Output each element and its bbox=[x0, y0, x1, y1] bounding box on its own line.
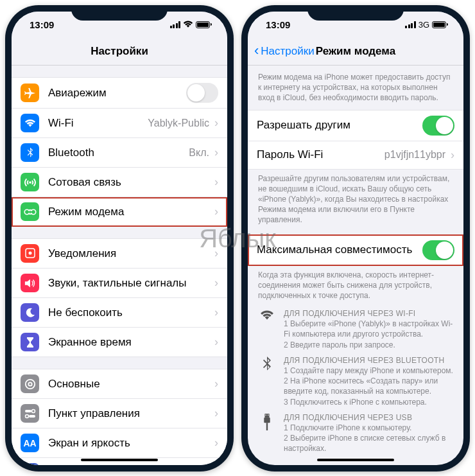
row-label: Авиарежим bbox=[48, 86, 186, 100]
settings-row-gear[interactable]: Основные› bbox=[12, 369, 227, 399]
status-time: 13:09 bbox=[30, 19, 54, 30]
max-compat-label: Максимальная совместимость bbox=[257, 243, 422, 256]
row-toggle[interactable] bbox=[186, 83, 218, 103]
row-detail: Вкл. bbox=[189, 147, 209, 159]
svg-rect-7 bbox=[25, 410, 31, 412]
back-button[interactable]: ‹ Настройки bbox=[254, 45, 315, 58]
max-compat-row[interactable]: Максимальная совместимость bbox=[248, 234, 463, 266]
hotspot-icon bbox=[21, 202, 39, 221]
chevron-right-icon: › bbox=[214, 335, 218, 349]
chevron-right-icon: › bbox=[214, 205, 218, 218]
chevron-right-icon: › bbox=[214, 116, 218, 130]
settings-row-antenna[interactable]: Сотовая связь› bbox=[12, 168, 227, 197]
settings-row-moon[interactable]: Не беспокоить› bbox=[12, 298, 227, 328]
row-label: Режим модема bbox=[48, 205, 214, 218]
aa-icon: AA bbox=[21, 434, 39, 452]
row-label: Сотовая связь bbox=[48, 175, 214, 189]
svg-point-8 bbox=[31, 409, 35, 412]
wifi-password-label: Пароль Wi-Fi bbox=[257, 148, 384, 161]
bluetooth-icon bbox=[258, 355, 276, 407]
chevron-right-icon: › bbox=[214, 276, 218, 290]
row-label: Wi-Fi bbox=[48, 116, 148, 130]
signal-icon bbox=[170, 21, 181, 28]
svg-rect-25 bbox=[264, 418, 270, 423]
svg-rect-24 bbox=[268, 414, 268, 416]
instruction-wifi: ДЛЯ ПОДКЛЮЧЕНИЯ ЧЕРЕЗ WI-FI 1 Выберите «… bbox=[248, 303, 463, 350]
row-detail: Yablyk-Public bbox=[148, 118, 209, 129]
wifi-icon bbox=[21, 114, 39, 132]
chevron-right-icon: › bbox=[214, 407, 218, 420]
page-title: Настройки bbox=[91, 45, 148, 58]
settings-row-speaker[interactable]: Звуки, тактильные сигналы› bbox=[12, 269, 227, 298]
chevron-right-icon: › bbox=[451, 148, 454, 162]
instruction-usb: ДЛЯ ПОДКЛЮЧЕНИЯ ЧЕРЕЗ USB 1 Подключите i… bbox=[248, 407, 463, 454]
wifi-icon bbox=[183, 21, 193, 28]
chevron-right-icon: › bbox=[214, 146, 218, 159]
grid-icon bbox=[21, 463, 39, 465]
bell-icon bbox=[21, 244, 39, 263]
settings-row-hourglass[interactable]: Экранное время› bbox=[12, 328, 227, 357]
allow-others-label: Разрешать другим bbox=[257, 118, 422, 132]
hourglass-icon bbox=[21, 333, 39, 351]
row-label: Bluetooth bbox=[48, 146, 189, 159]
settings-list[interactable]: АвиарежимWi-FiYablyk-Public›BluetoothВкл… bbox=[12, 66, 227, 465]
row-label: Основные bbox=[48, 377, 214, 391]
phone-right: 13:09 3G ‹ Настройки Режим модема Режим … bbox=[241, 5, 470, 472]
notch bbox=[307, 5, 404, 21]
allow-footer: Разрешайте другим пользователям или устр… bbox=[248, 170, 463, 228]
chevron-left-icon: ‹ bbox=[254, 44, 259, 58]
battery-icon bbox=[196, 21, 212, 28]
moon-icon bbox=[21, 303, 39, 322]
network-label: 3G bbox=[419, 20, 429, 30]
back-label: Настройки bbox=[261, 45, 314, 58]
navbar: Настройки bbox=[12, 37, 227, 66]
svg-point-6 bbox=[28, 382, 31, 385]
compat-footer: Когда эта функция включена, скорость инт… bbox=[248, 266, 463, 304]
home-indicator[interactable] bbox=[81, 459, 158, 461]
speaker-icon bbox=[21, 274, 39, 292]
row-label: Не беспокоить bbox=[48, 306, 214, 319]
row-label: Уведомления bbox=[48, 247, 214, 260]
antenna-icon bbox=[21, 173, 39, 191]
row-label: Пункт управления bbox=[48, 407, 214, 420]
row-label: Экран и яркость bbox=[48, 436, 214, 450]
status-time: 13:09 bbox=[266, 19, 290, 30]
wifi-password-value: p1vjfjn11ybpr bbox=[384, 149, 445, 161]
svg-rect-2 bbox=[28, 211, 32, 213]
phone-left: 13:09 Настройки АвиарежимWi-FiYablyk-Pub… bbox=[5, 5, 234, 472]
bluetooth-icon bbox=[21, 143, 39, 162]
svg-point-5 bbox=[25, 379, 34, 388]
chevron-right-icon: › bbox=[214, 247, 218, 260]
svg-point-10 bbox=[25, 414, 28, 418]
navbar: ‹ Настройки Режим модема bbox=[248, 37, 463, 66]
settings-row-airplane[interactable]: Авиарежим bbox=[12, 77, 227, 109]
row-label: Экранное время bbox=[48, 335, 214, 349]
allow-others-row[interactable]: Разрешать другим bbox=[248, 110, 463, 141]
row-label: Звуки, тактильные сигналы bbox=[48, 276, 214, 290]
svg-rect-23 bbox=[266, 414, 266, 416]
chevron-right-icon: › bbox=[214, 306, 218, 319]
wifi-password-row[interactable]: Пароль Wi-Fi p1vjfjn11ybpr › bbox=[248, 141, 463, 170]
settings-row-aa[interactable]: AAЭкран и яркость› bbox=[12, 428, 227, 458]
chevron-right-icon: › bbox=[214, 377, 218, 391]
signal-icon bbox=[405, 21, 416, 28]
svg-point-4 bbox=[28, 251, 31, 254]
chevron-right-icon: › bbox=[214, 436, 218, 450]
settings-row-switches[interactable]: Пункт управления› bbox=[12, 399, 227, 428]
svg-rect-9 bbox=[29, 415, 35, 418]
chevron-right-icon: › bbox=[214, 175, 218, 189]
intro-text: Режим модема на iPhone может предоставит… bbox=[248, 68, 463, 106]
settings-row-bluetooth[interactable]: BluetoothВкл.› bbox=[12, 138, 227, 168]
gear-icon bbox=[21, 375, 39, 393]
wifi-icon bbox=[258, 308, 276, 350]
settings-row-bell[interactable]: Уведомления› bbox=[12, 238, 227, 269]
notch bbox=[71, 5, 168, 21]
settings-row-wifi[interactable]: Wi-FiYablyk-Public› bbox=[12, 109, 227, 138]
airplane-icon bbox=[21, 84, 39, 102]
battery-icon bbox=[432, 21, 448, 28]
settings-row-hotspot[interactable]: Режим модема› bbox=[12, 197, 227, 227]
switches-icon bbox=[21, 404, 39, 423]
allow-others-toggle[interactable] bbox=[422, 116, 454, 136]
max-compat-toggle[interactable] bbox=[422, 240, 454, 260]
home-indicator[interactable] bbox=[317, 459, 394, 461]
